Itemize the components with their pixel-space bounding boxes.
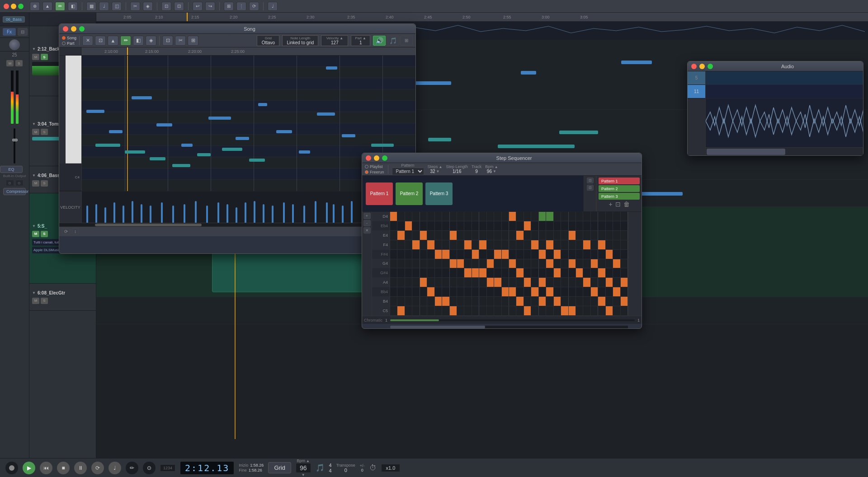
ss-step-Bb4-21[interactable] <box>546 287 553 296</box>
se-copy-btn[interactable]: ⊡ <box>162 36 173 46</box>
se-noteview-btn[interactable]: ⊡ <box>95 36 106 46</box>
ss-step-F#4-4[interactable] <box>420 250 427 259</box>
ss-step-Eb4-12[interactable] <box>479 221 486 230</box>
ss-step-A4-19[interactable] <box>531 278 538 287</box>
ss-step-Eb4-31[interactable] <box>621 221 628 230</box>
ss-step-E4-14[interactable] <box>494 231 501 240</box>
ss-step-B4-16[interactable] <box>509 297 516 306</box>
ss-step-G#4-22[interactable] <box>554 268 561 277</box>
ss-step-G#4-0[interactable] <box>390 268 397 277</box>
ss-step-G#4-29[interactable] <box>606 268 613 277</box>
ss-step-F#4-28[interactable] <box>598 250 605 259</box>
ss-step-E4-4[interactable] <box>420 231 427 240</box>
ss-step-F4-28[interactable] <box>598 240 605 249</box>
ss-step-E4-11[interactable] <box>472 231 479 240</box>
midi-note-t[interactable] <box>249 159 265 162</box>
ss-step-Eb4-2[interactable] <box>405 221 412 230</box>
ss-step-Bb4-30[interactable] <box>613 287 620 296</box>
volume-knob[interactable] <box>9 39 20 50</box>
ss-step-A4-13[interactable] <box>487 278 494 287</box>
song-editor-minimize[interactable] <box>71 26 76 32</box>
toolbar-grid-btn[interactable]: ▦ <box>86 2 96 11</box>
ss-step-G4-7[interactable] <box>442 259 449 268</box>
ss-step-F4-21[interactable] <box>546 240 553 249</box>
ss-step-F#4-24[interactable] <box>569 250 576 259</box>
ss-step-G4-23[interactable] <box>561 259 568 268</box>
ss-step-C5-3[interactable] <box>412 306 420 315</box>
ss-step-E4-0[interactable] <box>390 231 397 240</box>
ss-step-Bb4-10[interactable] <box>464 287 472 296</box>
ss-step-B4-13[interactable] <box>487 297 494 306</box>
ss-pattern-1-block[interactable]: Pattern 1 <box>366 182 393 205</box>
part-control[interactable]: Part ▲ 1 <box>351 35 370 46</box>
ss-step-C5-15[interactable] <box>502 306 509 315</box>
eq-button[interactable]: EQ <box>0 166 23 173</box>
audio-close[interactable] <box>691 64 697 69</box>
ss-step-G#4-9[interactable] <box>457 268 464 277</box>
ss-step-C5-30[interactable] <box>613 306 620 315</box>
ss-step-A4-18[interactable] <box>524 278 531 287</box>
bpm-down-btn[interactable]: ▼ <box>302 473 305 477</box>
midi-note[interactable] <box>317 112 335 116</box>
ss-step-Bb4-20[interactable] <box>539 287 546 296</box>
ss-step-G4-25[interactable] <box>576 259 583 268</box>
ss-step-F#4-30[interactable] <box>613 250 620 259</box>
ss-step-C5-11[interactable] <box>472 306 479 315</box>
track-label[interactable]: 06_Bass <box>3 16 25 23</box>
ss-step-A4-15[interactable] <box>502 278 509 287</box>
midi-note[interactable] <box>109 130 123 133</box>
ss-step-G#4-31[interactable] <box>621 268 628 277</box>
ss-step-A4-24[interactable] <box>569 278 576 287</box>
ss-step-G4-24[interactable] <box>569 259 576 268</box>
ss-step-B4-0[interactable] <box>390 297 397 306</box>
ss-step-Bb4-14[interactable] <box>494 287 501 296</box>
ss-step-D4-3[interactable] <box>412 212 420 221</box>
ss-step-G#4-26[interactable] <box>583 268 590 277</box>
ss-pattern-dropdown[interactable]: Pattern 1 Pattern 2 Pattern 3 <box>392 168 424 175</box>
track2-solo[interactable]: S <box>41 129 48 135</box>
time-sig-den[interactable]: 4 <box>329 468 332 473</box>
ss-step-B4-24[interactable] <box>569 297 576 306</box>
ss-step-Bb4-12[interactable] <box>479 287 486 296</box>
ss-step-Bb4-1[interactable] <box>397 287 405 296</box>
app-minimize-btn[interactable] <box>11 4 16 9</box>
ss-step-G#4-30[interactable] <box>613 268 620 277</box>
se-pencil-btn[interactable]: ✏ <box>120 36 131 46</box>
ss-step-G#4-16[interactable] <box>509 268 516 277</box>
cycle-btn[interactable]: ⊙ <box>143 462 156 474</box>
ss-step-D4-13[interactable] <box>487 212 494 221</box>
rewind-btn[interactable]: ⏮ <box>40 462 52 474</box>
bpm-value[interactable]: 96 <box>296 463 311 473</box>
ss-step-C5-10[interactable] <box>464 306 472 315</box>
ss-plist-3[interactable]: Pattern 3 <box>599 193 640 200</box>
ss-step-E4-20[interactable] <box>539 231 546 240</box>
ss-step-Eb4-24[interactable] <box>569 221 576 230</box>
ss-step-A4-0[interactable] <box>390 278 397 287</box>
step-seq-maximize[interactable] <box>382 155 387 161</box>
midi-note-t[interactable] <box>222 148 242 151</box>
ss-step-D4-29[interactable] <box>606 212 613 221</box>
toolbar-erase-btn[interactable]: ◧ <box>68 2 78 11</box>
ss-step-G4-9[interactable] <box>457 259 464 268</box>
ss-step-E4-31[interactable] <box>621 231 628 240</box>
ss-step-B4-3[interactable] <box>412 297 420 306</box>
ss-step-D4-9[interactable] <box>457 212 464 221</box>
ss-step-F4-22[interactable] <box>554 240 561 249</box>
ss-step-E4-24[interactable] <box>569 231 576 240</box>
audio-maximize[interactable] <box>708 64 713 69</box>
app-maximize-btn[interactable] <box>18 4 24 9</box>
ss-step-G#4-14[interactable] <box>494 268 501 277</box>
ss-step-Eb4-20[interactable] <box>539 221 546 230</box>
se-tune-btn[interactable]: ⟳ <box>62 228 70 235</box>
ss-step-A4-21[interactable] <box>546 278 553 287</box>
ss-step-F#4-22[interactable] <box>554 250 561 259</box>
ss-step-Eb4-11[interactable] <box>472 221 479 230</box>
ss-step-F4-10[interactable] <box>464 240 472 249</box>
ss-step-G#4-15[interactable] <box>502 268 509 277</box>
ss-step-A4-27[interactable] <box>591 278 598 287</box>
stop-btn[interactable]: ■ <box>57 462 70 474</box>
se-mute-btn[interactable]: ◈ <box>146 36 156 46</box>
ss-step-B4-15[interactable] <box>502 297 509 306</box>
ss-step-A4-30[interactable] <box>613 278 620 287</box>
record-btn[interactable] <box>5 462 18 474</box>
